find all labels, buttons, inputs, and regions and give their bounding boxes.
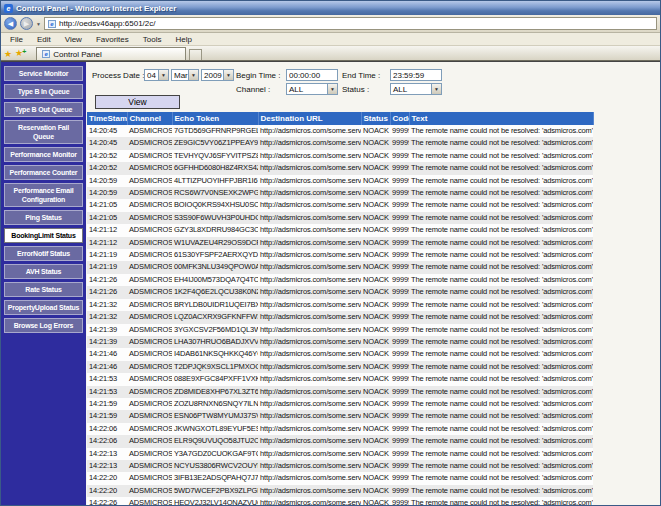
sidebar-item-performance-email-configuration[interactable]: Performance Email Configuration <box>4 183 83 207</box>
sidebar-item-type-b-out-queue[interactable]: Type B Out Queue <box>4 102 83 117</box>
cell-echo-token: HEQV2J32LV14ONAZVUQ4 <box>172 497 258 505</box>
cell-status: NOACK <box>361 348 390 360</box>
begin-time-input[interactable] <box>286 69 338 81</box>
tab-bar: ★ ★ e Control Panel <box>1 46 660 61</box>
cell-text: The remote name could not be resolved: '… <box>409 460 593 472</box>
month-select[interactable]: Mar▼ <box>171 69 199 81</box>
cell-channel: ADSMICROS <box>127 212 172 224</box>
tab-label: Control Panel <box>53 50 101 59</box>
cell-echo-token: NCYUS3806RWCV2OUYRA2 <box>172 460 258 472</box>
sidebar-item-propertyupload-status[interactable]: PropertyUpload Status <box>4 300 83 315</box>
menu-file[interactable]: File <box>3 35 30 44</box>
cell-status: NOACK <box>361 460 390 472</box>
cell-channel: ADSMICROS <box>127 224 172 236</box>
cell-status: NOACK <box>361 237 390 249</box>
cell-echo-token: S3S90F6WUVH3P0UHDCX2 <box>172 212 258 224</box>
sidebar-item-service-monitor[interactable]: Service Monitor <box>4 66 83 81</box>
cell-code: 99999 <box>390 299 409 311</box>
sidebar-item-performance-monitor[interactable]: Performance Monitor <box>4 147 83 162</box>
cell-code: 99999 <box>390 410 409 422</box>
day-value: 04 <box>145 71 158 80</box>
cell-channel: ADSMICROS <box>127 299 172 311</box>
new-tab-stub[interactable] <box>189 49 202 60</box>
results-table: TimeStampChannelEcho TokenDestination UR… <box>87 112 594 505</box>
cell-text: The remote name could not be resolved: '… <box>409 472 593 484</box>
status-select[interactable]: ALL▼ <box>390 83 442 95</box>
cell-destination-url: http://adsmicros.com/some.server <box>258 485 361 497</box>
sidebar-item-bookinglimit-status[interactable]: BookingLimit Status <box>4 228 83 243</box>
menu-help[interactable]: Help <box>168 35 198 44</box>
cell-channel: ADSMICROS <box>127 435 172 447</box>
table-row: 14:21:12ADSMICROSW1UVAZEU4R29OS9DCPNRhtt… <box>87 237 593 249</box>
cell-code: 99999 <box>390 249 409 261</box>
cell-status: NOACK <box>361 336 390 348</box>
cell-status: NOACK <box>361 199 390 211</box>
cell-destination-url: http://adsmicros.com/some.server <box>258 299 361 311</box>
cell-destination-url: http://adsmicros.com/some.server <box>258 348 361 360</box>
year-select[interactable]: 2009▼ <box>201 69 234 81</box>
cell-channel: ADSMICROS <box>127 199 172 211</box>
cell-channel: ADSMICROS <box>127 150 172 162</box>
cell-text: The remote name could not be resolved: '… <box>409 162 593 174</box>
cell-timestamp: 14:21:53 <box>87 386 127 398</box>
forward-button[interactable]: ▶ <box>20 17 33 30</box>
cell-status: NOACK <box>361 150 390 162</box>
cell-destination-url: http://adsmicros.com/some.server <box>258 274 361 286</box>
cell-echo-token: 3YGXCSV2F56MD1QL3WCB <box>172 324 258 336</box>
add-favorite-icon[interactable]: ★ <box>15 47 27 60</box>
select-arrow-icon: ▼ <box>158 70 168 80</box>
cell-code: 99999 <box>390 386 409 398</box>
cell-status: NOACK <box>361 361 390 373</box>
cell-timestamp: 14:21:19 <box>87 249 127 261</box>
cell-status: NOACK <box>361 162 390 174</box>
cell-channel: ADSMICROS <box>127 423 172 435</box>
table-row: 14:21:39ADSMICROS3YGXCSV2F56MD1QL3WCBhtt… <box>87 324 593 336</box>
cell-timestamp: 14:21:05 <box>87 199 127 211</box>
cell-text: The remote name could not be resolved: '… <box>409 361 593 373</box>
cell-code: 99999 <box>390 175 409 187</box>
history-dropdown-icon[interactable]: ▼ <box>36 21 41 27</box>
cell-destination-url: http://adsmicros.com/some.server <box>258 199 361 211</box>
menu-edit[interactable]: Edit <box>30 35 58 44</box>
cell-timestamp: 14:21:46 <box>87 348 127 360</box>
sidebar-item-avh-status[interactable]: AVH Status <box>4 264 83 279</box>
end-time-input[interactable] <box>390 69 442 81</box>
cell-code: 99999 <box>390 423 409 435</box>
sidebar-item-type-b-in-queue[interactable]: Type B In Queue <box>4 84 83 99</box>
cell-channel: ADSMICROS <box>127 398 172 410</box>
cell-timestamp: 14:21:39 <box>87 324 127 336</box>
cell-timestamp: 14:21:32 <box>87 299 127 311</box>
menu-favorites[interactable]: Favorites <box>89 35 136 44</box>
filter-form: Process Date : 04▼ Mar▼ 2009▼ Begin Time… <box>86 62 660 112</box>
address-bar[interactable]: e http://oedsv46app:6501/2c/ <box>44 17 657 30</box>
cell-echo-token: JKWNGXOTL89EYUF5ESRG <box>172 423 258 435</box>
view-button[interactable]: View <box>95 95 180 109</box>
sidebar-item-performance-counter[interactable]: Performance Counter <box>4 165 83 180</box>
sidebar-item-browse-log-errors[interactable]: Browse Log Errors <box>4 318 83 333</box>
cell-text: The remote name could not be resolved: '… <box>409 187 593 199</box>
back-button[interactable]: ◀ <box>4 17 17 30</box>
menu-view[interactable]: View <box>58 35 89 44</box>
sidebar-item-rate-status[interactable]: Rate Status <box>4 282 83 297</box>
cell-echo-token: 61S30YFSPF2AERXQYDYP <box>172 249 258 261</box>
cell-status: NOACK <box>361 187 390 199</box>
menu-tools[interactable]: Tools <box>136 35 169 44</box>
cell-channel: ADSMICROS <box>127 237 172 249</box>
sidebar-item-ping-status[interactable]: Ping Status <box>4 210 83 225</box>
table-row: 14:20:59ADSMICROSRCS6W7V0NSEXK2WPGSC6htt… <box>87 187 593 199</box>
cell-destination-url: http://adsmicros.com/some.server <box>258 286 361 298</box>
favorites-star-icon[interactable]: ★ <box>4 48 12 60</box>
cell-echo-token: 00MFK3NLU349QPOW0AOZ <box>172 261 258 273</box>
cell-timestamp: 14:20:45 <box>87 137 127 149</box>
sidebar-item-errornotif-status[interactable]: ErrorNotif Status <box>4 246 83 261</box>
cell-destination-url: http://adsmicros.com/some.server <box>258 472 361 484</box>
column-header-text: Text <box>409 112 593 125</box>
cell-code: 99999 <box>390 497 409 505</box>
url-text[interactable]: http://oedsv46app:6501/2c/ <box>59 19 156 28</box>
select-arrow-icon: ▼ <box>327 84 337 94</box>
table-row: 14:21:53ADSMICROS088E9XFGC84PXFF1VXK8htt… <box>87 373 593 385</box>
channel-select[interactable]: ALL▼ <box>286 83 338 95</box>
sidebar-item-reservation-fail-queue[interactable]: Reservation Fail Queue <box>4 120 83 144</box>
day-select[interactable]: 04▼ <box>144 69 169 81</box>
tab-control-panel[interactable]: e Control Panel <box>36 47 186 60</box>
